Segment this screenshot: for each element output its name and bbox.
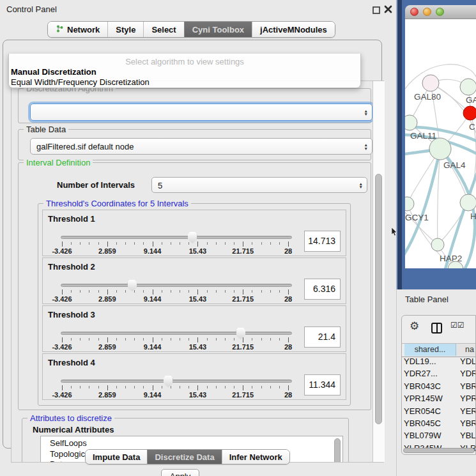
network-canvas[interactable]: GAL80GACGAL11GAL4GCY1HHAP2: [405, 19, 476, 268]
cell-name[interactable]: YPR1: [458, 394, 475, 403]
table-data-combo[interactable]: galFiltered.sif default node ▲▼: [30, 138, 372, 155]
cell-shared-name[interactable]: YDL19...: [402, 357, 458, 366]
node-label: GA: [466, 95, 476, 105]
cell-shared-name[interactable]: YBL079W: [402, 431, 458, 440]
scale-tick-label: 21.715: [232, 343, 254, 351]
scale-tick-label: -3.426: [52, 391, 72, 399]
network-node-gal80[interactable]: [422, 75, 439, 91]
tab-network[interactable]: Network: [48, 22, 107, 37]
tab-jactivemnodules[interactable]: jActiveMNodules: [252, 22, 335, 37]
node-label: GCY1: [405, 213, 429, 222]
mouse-cursor-icon: [391, 227, 397, 239]
cell-name[interactable]: YER0: [458, 406, 475, 416]
table-row[interactable]: YBL079WYBL0: [402, 431, 475, 443]
gear-icon[interactable]: ⚙: [410, 319, 419, 333]
panel-scrollbar[interactable]: [372, 81, 385, 462]
table-row[interactable]: YDR27...YDR2: [402, 369, 475, 381]
cell-name[interactable]: YBR0: [458, 381, 475, 391]
close-traffic-light-icon[interactable]: [410, 8, 418, 16]
network-node-h[interactable]: [460, 194, 476, 211]
threshold-value-box[interactable]: 6.316: [304, 279, 341, 300]
column-layout-icon[interactable]: [431, 323, 442, 334]
tab-cyni-toolbox[interactable]: Cyni Toolbox: [184, 22, 252, 37]
cell-shared-name[interactable]: YPR145W: [402, 394, 458, 403]
table-header-row: shared... na: [402, 343, 475, 357]
cell-shared-name[interactable]: YBR043C: [402, 381, 458, 391]
cell-name[interactable]: YDR2: [458, 369, 475, 378]
threshold-label: Threshold 2: [48, 262, 95, 272]
scale-tick-label: -3.426: [52, 247, 72, 255]
scale-tick-label: 15.43: [189, 295, 207, 303]
slider-handle[interactable]: [164, 376, 173, 387]
threshold-slider[interactable]: -3.4262.8599.14415.4321.71528: [61, 281, 292, 303]
threshold-slider[interactable]: -3.4262.8599.14415.4321.71528: [61, 233, 292, 255]
cell-shared-name[interactable]: YDR27...: [402, 369, 458, 378]
horizontal-scrollbar-thumb[interactable]: [403, 448, 475, 453]
dropdown-option-equal-width-frequency[interactable]: Equal Width/Frequency Discretization: [11, 77, 358, 88]
tab-discretize-data[interactable]: Discretize Data: [147, 450, 221, 464]
select-columns-icons[interactable]: ☑☑: [450, 321, 464, 330]
algorithm-combo[interactable]: ▲▼: [30, 104, 372, 121]
tab-infer-network[interactable]: Infer Network: [222, 450, 289, 464]
tab-label: Network: [67, 25, 100, 35]
threshold-label: Threshold 3: [48, 310, 95, 319]
dropdown-option-manual-discretization[interactable]: Manual Discretization: [11, 67, 358, 77]
network-node-gal4[interactable]: [429, 138, 451, 160]
scale-tick-label: 2.859: [98, 343, 116, 351]
cell-name[interactable]: YBR0: [458, 418, 475, 428]
threshold-slider[interactable]: -3.4262.8599.14415.4321.71528: [61, 329, 292, 351]
cell-name[interactable]: YBL0: [458, 431, 475, 440]
threshold-label: Threshold 4: [48, 358, 95, 367]
column-header-shared-name[interactable]: shared...: [404, 344, 456, 356]
float-window-icon[interactable]: [372, 5, 380, 13]
table-row[interactable]: YER054CYER0: [402, 406, 475, 418]
tab-impute-data[interactable]: Impute Data: [86, 450, 147, 464]
node-label: H: [470, 211, 476, 221]
threshold-value-box[interactable]: 11.344: [304, 374, 341, 395]
list-scrollbar[interactable]: [334, 438, 341, 463]
scale-tick-label: 21.715: [232, 391, 254, 399]
scale-tick-label: 2.859: [98, 295, 116, 303]
table-rows: YDL19...YDL1YDR27...YDR2YBR043CYBR0YPR14…: [402, 357, 475, 454]
network-node-ga[interactable]: [460, 79, 476, 95]
table-row[interactable]: YBR043CYBR0: [402, 381, 475, 394]
close-icon[interactable]: [384, 4, 392, 13]
node-table: ⚙ ☑☑ shared... na YDL19...YDL1YDR27...YD…: [401, 315, 476, 455]
network-node-gcy1[interactable]: [405, 197, 414, 211]
threshold-slider[interactable]: -3.4262.8599.14415.4321.71528: [61, 377, 292, 399]
cell-shared-name[interactable]: YBR045C: [402, 418, 458, 428]
table-row[interactable]: YDL19...YDL1: [402, 357, 475, 369]
slider-handle[interactable]: [127, 280, 137, 291]
threshold-value-box[interactable]: 21.4: [304, 326, 341, 348]
table-row[interactable]: YPR145WYPR1: [402, 394, 475, 406]
window-title: Control Panel: [6, 4, 57, 14]
combo-arrows-icon: ▲▼: [364, 109, 368, 116]
apply-button[interactable]: Apply: [161, 469, 199, 476]
network-node-c[interactable]: [463, 106, 476, 120]
network-node-hap2[interactable]: [431, 238, 444, 251]
column-header-name[interactable]: na: [456, 344, 475, 356]
table-row[interactable]: YBR045CYBR0: [402, 418, 475, 431]
cell-shared-name[interactable]: YER054C: [402, 406, 458, 416]
slider-track[interactable]: [61, 284, 292, 287]
network-node-gal11[interactable]: [405, 115, 417, 130]
discretization-algorithm-group: Discretization Algorithm ▲▼: [18, 88, 371, 123]
slider-track[interactable]: [61, 236, 292, 239]
tab-style[interactable]: Style: [107, 22, 143, 37]
slider-track[interactable]: [61, 380, 292, 383]
threshold-panel: Threshold 1 -3.4262.8599.14415.4321.7152…: [42, 210, 346, 256]
threshold-label: Threshold 1: [48, 214, 95, 224]
attribute-item[interactable]: SelfLoops: [41, 438, 342, 449]
tab-select[interactable]: Select: [143, 22, 183, 37]
slider-track[interactable]: [61, 332, 292, 335]
number-of-intervals-combo[interactable]: 5 ▲▼: [151, 177, 367, 193]
scrollbar-thumb[interactable]: [375, 174, 382, 424]
network-window-titlebar[interactable]: [405, 5, 476, 19]
cell-name[interactable]: YDL1: [458, 357, 475, 366]
threshold-value-box[interactable]: 14.713: [304, 231, 341, 252]
slider-handle[interactable]: [236, 328, 245, 339]
number-of-intervals-label: Number of Intervals: [57, 180, 135, 190]
zoom-traffic-light-icon[interactable]: [436, 8, 444, 16]
group-title: Attributes to discretize: [27, 413, 114, 423]
minimize-traffic-light-icon[interactable]: [423, 8, 431, 16]
